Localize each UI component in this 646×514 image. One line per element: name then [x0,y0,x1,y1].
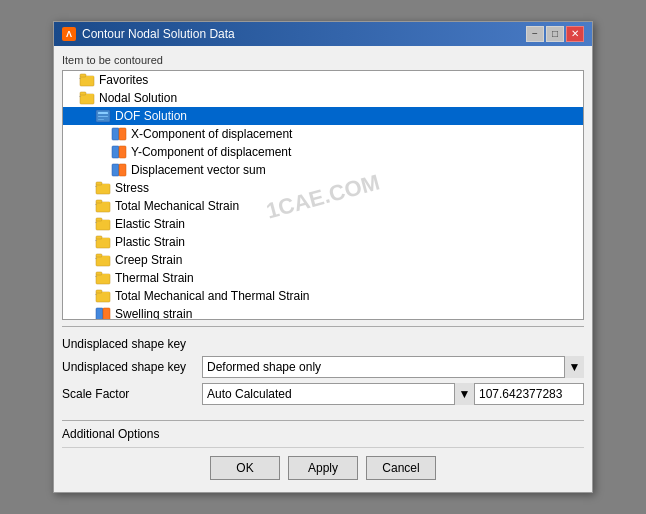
tree-item-total-mech-thermal[interactable]: Total Mechanical and Thermal Strain [63,287,583,305]
svg-rect-37 [95,258,97,259]
svg-rect-24 [102,202,110,203]
tree-item-label-plastic-strain: Plastic Strain [115,235,185,249]
scale-factor-row: Scale Factor Auto CalculatedManual ▼ 107… [62,383,584,405]
tree-item-favorites[interactable]: Favorites [63,71,583,89]
divider-1 [62,326,584,327]
scale-factor-label: Scale Factor [62,387,202,401]
svg-rect-47 [103,308,110,320]
tree-item-displacement-sum[interactable]: Displacement vector sum [63,161,583,179]
divider-2 [62,420,584,421]
svg-rect-19 [96,182,102,185]
tree-item-swelling-strain[interactable]: Swelling strain [63,305,583,320]
leaf-icon [95,306,111,320]
svg-rect-42 [96,292,110,302]
svg-rect-14 [112,146,119,158]
svg-rect-9 [98,112,108,114]
form-section: Undisplaced shape key Undisplaced shape … [62,333,584,414]
svg-rect-11 [98,119,104,120]
svg-rect-1 [80,74,86,77]
folder-icon [95,234,111,250]
folder-icon [95,216,111,232]
tree-item-plastic-strain[interactable]: Plastic Strain [63,233,583,251]
maximize-button[interactable]: □ [546,26,564,42]
svg-rect-32 [102,238,110,239]
folder-icon [79,90,95,106]
svg-rect-20 [102,184,110,185]
tree-item-label-total-mech-thermal: Total Mechanical and Thermal Strain [115,289,310,303]
folder-icon [95,288,111,304]
app-icon: Λ [62,27,76,41]
additional-section: Additional Options [62,427,584,441]
scale-select-wrapper: Auto CalculatedManual ▼ [202,383,474,405]
scale-value: 107.642377283 [474,383,584,405]
ok-button[interactable]: OK [210,456,280,480]
svg-rect-17 [119,164,126,176]
svg-rect-26 [96,220,110,230]
tree-container[interactable]: 1CAE.COM Favorites Nodal Solution DOF So… [62,70,584,320]
svg-rect-6 [86,94,94,95]
svg-rect-21 [95,186,97,187]
tree-item-dof-solution[interactable]: DOF Solution [63,107,583,125]
svg-rect-29 [95,222,97,223]
close-button[interactable]: ✕ [566,26,584,42]
svg-rect-3 [79,78,81,79]
window-body: Item to be contoured 1CAE.COM Favorites … [54,46,592,492]
shape-key-row: Undisplaced shape key Deformed shape onl… [62,356,584,378]
svg-rect-45 [95,294,97,295]
svg-rect-43 [96,290,102,293]
svg-rect-25 [95,204,97,205]
tree-item-label-thermal-strain: Thermal Strain [115,271,194,285]
svg-rect-34 [96,256,110,266]
window-title: Contour Nodal Solution Data [82,27,235,41]
svg-rect-36 [102,256,110,257]
tree-item-label-nodal-solution: Nodal Solution [99,91,177,105]
undisplaced-header-row: Undisplaced shape key [62,337,584,351]
tree-item-total-mech-strain[interactable]: Total Mechanical Strain [63,197,583,215]
title-bar-left: Λ Contour Nodal Solution Data [62,27,235,41]
svg-rect-15 [119,146,126,158]
svg-rect-28 [102,220,110,221]
minimize-button[interactable]: − [526,26,544,42]
svg-rect-39 [96,272,102,275]
scale-factor-select[interactable]: Auto CalculatedManual [202,383,474,405]
leaf-icon [111,126,127,142]
tree-item-y-displacement[interactable]: Y-Component of displacement [63,143,583,161]
apply-button[interactable]: Apply [288,456,358,480]
tree-item-label-displacement-sum: Displacement vector sum [131,163,266,177]
tree-item-creep-strain[interactable]: Creep Strain [63,251,583,269]
leaf-icon [111,162,127,178]
button-row: OK Apply Cancel [62,447,584,484]
svg-rect-46 [96,308,103,320]
tree-item-label-y-displacement: Y-Component of displacement [131,145,291,159]
svg-rect-40 [102,274,110,275]
svg-rect-2 [86,76,94,77]
svg-rect-7 [79,96,81,97]
shape-key-select[interactable]: Deformed shape onlyUndeformed shapeBoth [202,356,584,378]
svg-rect-16 [112,164,119,176]
cancel-button[interactable]: Cancel [366,456,436,480]
svg-rect-12 [112,128,119,140]
tree-item-elastic-strain[interactable]: Elastic Strain [63,215,583,233]
tree-item-thermal-strain[interactable]: Thermal Strain [63,269,583,287]
svg-rect-23 [96,200,102,203]
svg-rect-5 [80,92,86,95]
tree-item-nodal-solution[interactable]: Nodal Solution [63,89,583,107]
tree-item-stress[interactable]: Stress [63,179,583,197]
tree-item-label-favorites: Favorites [99,73,148,87]
folder-icon [95,198,111,214]
svg-rect-44 [102,292,110,293]
tree-item-x-displacement[interactable]: X-Component of displacement [63,125,583,143]
tree-item-label-x-displacement: X-Component of displacement [131,127,292,141]
folder-icon [95,180,111,196]
tree-item-label-swelling-strain: Swelling strain [115,307,192,320]
svg-rect-35 [96,254,102,257]
leaf-icon [111,144,127,160]
svg-rect-10 [98,116,108,117]
svg-rect-41 [95,276,97,277]
folder-icon [95,252,111,268]
title-controls: − □ ✕ [526,26,584,42]
svg-rect-38 [96,274,110,284]
tree-item-label-dof-solution: DOF Solution [115,109,187,123]
svg-rect-0 [80,76,94,86]
solution-icon [95,108,111,124]
